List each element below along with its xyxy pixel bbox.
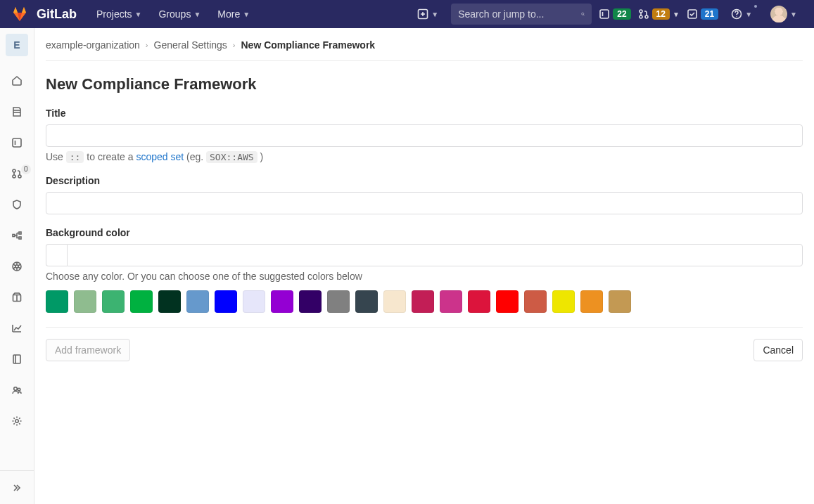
svg-point-12: [737, 16, 737, 17]
svg-line-4: [584, 15, 585, 15]
svg-rect-15: [13, 138, 21, 147]
nav-user-menu[interactable]: ▼: [765, 1, 803, 27]
sidebar-item-epics[interactable]: [3, 98, 31, 125]
home-icon: [11, 75, 23, 86]
sidebar-item-issues[interactable]: [3, 129, 31, 156]
sidebar-item-merge-requests[interactable]: 0: [3, 160, 31, 187]
sidebar: E 0: [0, 28, 34, 504]
title-help-example: SOX::AWS: [206, 151, 257, 163]
title-help-code: ::: [66, 151, 84, 163]
svg-point-35: [18, 388, 20, 391]
plus-square-icon: [417, 8, 428, 20]
color-swatch[interactable]: [46, 290, 68, 313]
nav-groups-label: Groups: [158, 8, 191, 20]
gear-icon: [11, 415, 23, 427]
nav-more[interactable]: More ▼: [212, 4, 255, 24]
description-input[interactable]: [46, 192, 803, 214]
members-icon: [11, 385, 23, 396]
color-help-text: Choose any color. Or you can choose one …: [46, 271, 803, 282]
main-content: example-organization › General Settings …: [34, 28, 814, 504]
help-notification-dot: [753, 4, 758, 9]
title-help-text: Use :: to create a scoped set (eg. SOX::…: [46, 151, 803, 162]
color-swatch[interactable]: [609, 290, 631, 313]
color-swatch[interactable]: [580, 290, 603, 313]
svg-line-27: [13, 264, 16, 266]
navbar: GitLab Projects ▼ Groups ▼ More ▼ ▼: [0, 0, 814, 28]
navbar-search[interactable]: [451, 4, 592, 25]
svg-line-28: [18, 267, 21, 269]
nav-groups[interactable]: Groups ▼: [153, 4, 206, 24]
color-swatch[interactable]: [158, 290, 181, 313]
merge-request-icon: [638, 8, 649, 20]
svg-point-9: [645, 15, 648, 18]
sidebar-item-overview[interactable]: [3, 67, 31, 94]
color-swatch[interactable]: [102, 290, 125, 313]
svg-point-19: [18, 175, 21, 178]
sidebar-collapse-toggle[interactable]: [0, 470, 34, 504]
color-swatch[interactable]: [524, 290, 547, 313]
svg-rect-5: [600, 10, 609, 18]
svg-line-29: [13, 267, 16, 269]
sidebar-group-avatar[interactable]: E: [6, 34, 28, 56]
svg-line-30: [18, 264, 21, 266]
gitlab-logo-icon[interactable]: [11, 6, 28, 22]
color-swatch[interactable]: [299, 290, 322, 313]
sidebar-item-packages[interactable]: [3, 284, 31, 311]
search-icon: [581, 8, 585, 20]
search-input[interactable]: [458, 8, 581, 20]
title-help-close: ): [257, 151, 264, 162]
nav-todos-count[interactable]: 21: [687, 8, 718, 20]
analytics-icon: [11, 323, 23, 334]
nav-new-dropdown[interactable]: ▼: [412, 4, 444, 24]
nav-help[interactable]: ▼: [725, 4, 758, 24]
svg-point-7: [640, 10, 642, 13]
color-swatch[interactable]: [552, 290, 575, 313]
chevron-down-icon: ▼: [745, 11, 752, 18]
color-swatch[interactable]: [496, 290, 519, 313]
sidebar-item-security[interactable]: [3, 191, 31, 218]
svg-point-18: [13, 175, 15, 178]
sidebar-item-analytics[interactable]: [3, 315, 31, 342]
sidebar-item-kubernetes[interactable]: [3, 253, 31, 280]
color-swatch[interactable]: [383, 290, 406, 313]
color-swatch[interactable]: [243, 290, 265, 313]
nav-mrs-count[interactable]: 12 ▼: [638, 8, 680, 20]
sidebar-item-wiki[interactable]: [3, 346, 31, 373]
sidebar-item-settings[interactable]: [3, 408, 31, 434]
color-swatch[interactable]: [412, 290, 434, 313]
brand-name[interactable]: GitLab: [37, 7, 77, 22]
chevron-down-icon: ▼: [431, 11, 438, 18]
svg-point-8: [640, 15, 642, 18]
sidebar-item-push-rules[interactable]: [3, 222, 31, 249]
chevron-down-icon: ▼: [790, 11, 797, 18]
nav-projects[interactable]: Projects ▼: [91, 4, 147, 24]
color-swatch[interactable]: [186, 290, 209, 313]
svg-rect-22: [19, 237, 21, 239]
description-label: Description: [46, 175, 803, 186]
svg-point-17: [13, 169, 15, 172]
cancel-button[interactable]: Cancel: [753, 339, 803, 361]
color-swatch[interactable]: [74, 290, 96, 313]
color-swatch[interactable]: [130, 290, 153, 313]
breadcrumb-section[interactable]: General Settings: [154, 39, 227, 51]
color-preview-swatch[interactable]: [46, 244, 67, 266]
title-input[interactable]: [46, 124, 803, 147]
nav-issues-count[interactable]: 22: [599, 8, 630, 20]
chevron-down-icon: ▼: [135, 11, 142, 18]
svg-rect-20: [13, 235, 15, 237]
color-swatch[interactable]: [215, 290, 237, 313]
color-swatch[interactable]: [327, 290, 350, 313]
color-swatch[interactable]: [271, 290, 293, 313]
title-help-scoped-set-link[interactable]: scoped set: [136, 151, 184, 162]
sidebar-item-members[interactable]: [3, 377, 31, 403]
breadcrumb-org[interactable]: example-organization: [46, 39, 140, 51]
color-swatch[interactable]: [468, 290, 490, 313]
color-swatch[interactable]: [355, 290, 378, 313]
color-swatch-list: [46, 290, 803, 313]
breadcrumb-current: New Compliance Framework: [241, 39, 376, 51]
color-value-input[interactable]: [67, 244, 803, 266]
chevron-double-right-icon: [11, 482, 23, 493]
color-swatch[interactable]: [440, 290, 462, 313]
add-framework-button[interactable]: Add framework: [46, 339, 130, 361]
svg-point-3: [582, 13, 584, 15]
